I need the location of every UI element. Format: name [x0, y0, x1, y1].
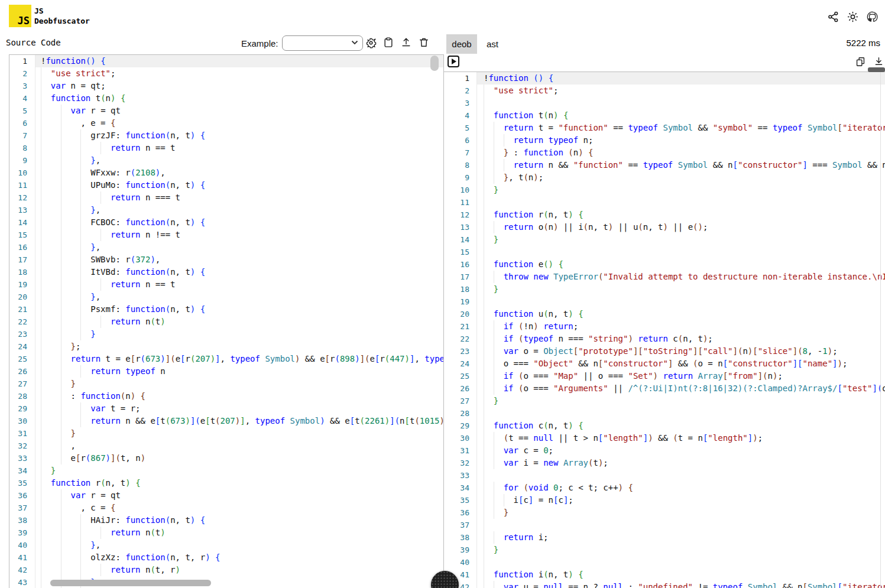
- code-line[interactable]: 26return typeof n: [9, 365, 443, 378]
- code-line[interactable]: 7} : function (n) {: [444, 147, 885, 159]
- code-line[interactable]: 24};: [9, 340, 443, 353]
- code-line[interactable]: 42var u = null == n ? null : "undefined"…: [444, 581, 885, 588]
- code-line[interactable]: 12function r(n, t) {: [444, 209, 885, 221]
- code-line[interactable]: 13},: [9, 204, 443, 216]
- code-line[interactable]: 12return n === t: [9, 191, 443, 204]
- code-line[interactable]: 42return n(t, r): [9, 564, 443, 576]
- code-line[interactable]: 30(t == null || t > n["length"]) && (t =…: [444, 432, 885, 444]
- code-line[interactable]: 20function u(n, t) {: [444, 308, 885, 320]
- code-line[interactable]: 36var r = qt: [9, 489, 443, 502]
- code-line[interactable]: 14FCBOC: function(n, t) {: [9, 216, 443, 229]
- code-line[interactable]: 5return t = "function" == typeof Symbol …: [444, 122, 885, 134]
- code-line[interactable]: 34}: [9, 464, 443, 477]
- code-line[interactable]: 33e[r(867)](t, n): [9, 452, 443, 464]
- code-line[interactable]: 38HAiJr: function(n, t) {: [9, 514, 443, 527]
- code-line[interactable]: 39return n(t): [9, 527, 443, 539]
- code-line[interactable]: 6return typeof n;: [444, 134, 885, 147]
- code-line[interactable]: 18}: [444, 283, 885, 295]
- code-line[interactable]: 26if (o === "Arguments" || /^(?:Ui|I)nt(…: [444, 382, 885, 395]
- code-line[interactable]: 17SWBvb: r(372),: [9, 254, 443, 266]
- code-line[interactable]: 29function c(n, t) {: [444, 420, 885, 432]
- code-line[interactable]: 21Psxmf: function(n, t) {: [9, 303, 443, 316]
- run-button[interactable]: [448, 56, 459, 67]
- code-line[interactable]: 37: [444, 519, 885, 531]
- code-line[interactable]: 27}: [9, 378, 443, 390]
- code-line[interactable]: 2"use strict";: [9, 67, 443, 80]
- code-line[interactable]: 27}: [444, 395, 885, 407]
- copy-icon[interactable]: [854, 55, 867, 68]
- code-line[interactable]: 8return n && "function" == typeof Symbol…: [444, 159, 885, 171]
- code-line[interactable]: 39}: [444, 544, 885, 556]
- code-line[interactable]: 31var c = 0;: [444, 444, 885, 457]
- deobfuscated-output-editor[interactable]: 1!function () {2"use strict";34function …: [444, 72, 885, 588]
- code-line[interactable]: 22if (typeof n === "string") return c(n,…: [444, 333, 885, 345]
- code-line[interactable]: 6, e = {: [9, 117, 443, 129]
- code-line[interactable]: 38return i;: [444, 531, 885, 544]
- code-line[interactable]: 37, c = {: [9, 502, 443, 514]
- code-line[interactable]: 29var t = r;: [9, 402, 443, 415]
- code-line[interactable]: 24o === "Object" && n["constructor"] && …: [444, 358, 885, 370]
- download-icon[interactable]: [872, 55, 885, 68]
- upload-icon[interactable]: [400, 36, 413, 49]
- code-line[interactable]: 16},: [9, 241, 443, 254]
- tab-deob[interactable]: deob: [446, 34, 477, 54]
- code-line[interactable]: 36}: [444, 506, 885, 519]
- code-line[interactable]: 23}: [9, 328, 443, 340]
- code-line[interactable]: 15: [444, 246, 885, 258]
- code-line[interactable]: 13return o(n) || i(n, t) || u(n, t) || e…: [444, 221, 885, 233]
- code-line[interactable]: 19return n == t: [9, 278, 443, 291]
- code-line[interactable]: 11: [444, 196, 885, 209]
- code-line[interactable]: 35i[c] = n[c];: [444, 494, 885, 506]
- code-line[interactable]: 4function t(n) {: [444, 109, 885, 122]
- code-line[interactable]: 31}: [9, 427, 443, 440]
- left-editor-vertical-scrollbar[interactable]: [430, 56, 439, 71]
- code-line[interactable]: 19: [444, 295, 885, 308]
- code-line[interactable]: 17throw new TypeError("Invalid attempt t…: [444, 271, 885, 283]
- code-line[interactable]: 1!function() {: [9, 55, 443, 67]
- code-line[interactable]: 40},: [9, 539, 443, 551]
- code-line[interactable]: 7grzJF: function(n, t) {: [9, 129, 443, 142]
- github-icon[interactable]: [865, 10, 878, 23]
- code-line[interactable]: 1!function () {: [444, 72, 885, 85]
- code-line[interactable]: 35function r(n, t) {: [9, 477, 443, 489]
- code-line[interactable]: 5var r = qt: [9, 105, 443, 117]
- code-line[interactable]: 3: [444, 97, 885, 109]
- code-line[interactable]: 10}: [444, 184, 885, 196]
- code-line[interactable]: 11UPuMo: function(n, t) {: [9, 179, 443, 191]
- code-line[interactable]: 15return n !== t: [9, 229, 443, 241]
- code-line[interactable]: 40: [444, 556, 885, 568]
- share-icon[interactable]: [826, 10, 839, 23]
- code-line[interactable]: 41function i(n, t) {: [444, 568, 885, 581]
- code-line[interactable]: 18ItVBd: function(n, t) {: [9, 266, 443, 278]
- source-code-editor[interactable]: 1!function() {2"use strict";3var n = qt;…: [9, 54, 444, 588]
- paste-icon[interactable]: [382, 36, 395, 49]
- trash-icon[interactable]: [417, 36, 430, 49]
- code-line[interactable]: 3var n = qt;: [9, 80, 443, 92]
- code-line[interactable]: 21if (!n) return;: [444, 320, 885, 333]
- left-editor-horizontal-scrollbar[interactable]: [50, 580, 211, 586]
- code-line[interactable]: 25if (o === "Map" || o === "Set") return…: [444, 370, 885, 382]
- code-line[interactable]: 30return n && e[t(673)](e[t(207)], typeo…: [9, 415, 443, 427]
- code-line[interactable]: 8return n == t: [9, 142, 443, 154]
- settings-icon[interactable]: [364, 36, 377, 49]
- code-line[interactable]: 9},: [9, 154, 443, 167]
- code-line[interactable]: 9}, t(n);: [444, 171, 885, 184]
- code-line[interactable]: 14}: [444, 233, 885, 246]
- code-line[interactable]: 23var o = Object["prototype"]["toString"…: [444, 345, 885, 358]
- code-line[interactable]: 25return t = e[r(673)](e[r(207)], typeof…: [9, 353, 443, 365]
- code-line[interactable]: 41olzXz: function(n, t, r) {: [9, 551, 443, 564]
- code-line[interactable]: 28: [444, 407, 885, 420]
- code-line[interactable]: 2"use strict";: [444, 85, 885, 97]
- code-line[interactable]: 34for (void 0; c < t; c++) {: [444, 482, 885, 494]
- code-line[interactable]: 28: function(n) {: [9, 390, 443, 402]
- code-line[interactable]: 16function e() {: [444, 258, 885, 271]
- code-line[interactable]: 33: [444, 469, 885, 482]
- light-mode-icon[interactable]: [846, 10, 859, 23]
- code-line[interactable]: 4function t(n) {: [9, 92, 443, 105]
- tab-ast[interactable]: ast: [477, 34, 508, 54]
- right-editor-scrollbar-thumb[interactable]: [868, 67, 885, 72]
- code-line[interactable]: 32,: [9, 440, 443, 452]
- code-line[interactable]: 10WFxxw: r(2108),: [9, 167, 443, 179]
- code-line[interactable]: 22return n(t): [9, 316, 443, 328]
- example-select[interactable]: [282, 35, 363, 51]
